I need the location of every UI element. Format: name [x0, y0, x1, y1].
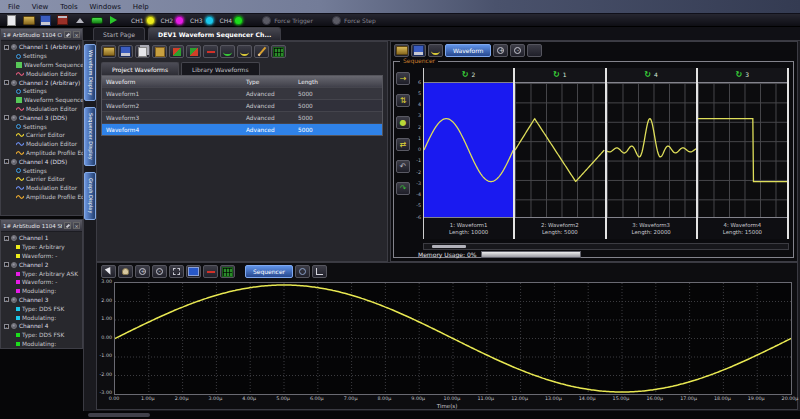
tree-item-amplitude-profile-editor[interactable]: Amplitude Profile Editor: [1, 193, 82, 202]
sequence-segment-2-waveform2[interactable]: ↻12: Waveform2Length: 5000: [515, 68, 606, 239]
save-button[interactable]: [411, 44, 426, 57]
force-trigger-button[interactable]: Force Trigger: [262, 16, 313, 25]
copy-button[interactable]: [135, 45, 150, 58]
status-item-modulating[interactable]: Modulating:: [1, 313, 82, 322]
grid-button[interactable]: [271, 45, 286, 58]
expand-toggle[interactable]: -: [4, 115, 9, 120]
status-item-type-dds-fsk[interactable]: Type: DDS FSK: [1, 331, 82, 340]
import-button[interactable]: [169, 45, 184, 58]
zoom-in-button[interactable]: [493, 44, 508, 57]
column-header-length[interactable]: Length: [294, 79, 382, 85]
tree-item-modulation-editor[interactable]: Modulation Editor: [1, 184, 82, 193]
tree-item-settings[interactable]: Settings: [1, 52, 82, 61]
grid-button[interactable]: [220, 265, 235, 278]
table-row[interactable]: Waveform3Advanced5000: [102, 111, 382, 123]
segment-waveform-preview[interactable]: [607, 83, 696, 217]
connection-led-button[interactable]: [90, 15, 103, 26]
scrollbar-thumb[interactable]: [432, 245, 466, 248]
sequencer-scrollbar[interactable]: [423, 243, 789, 250]
remove-marker-button[interactable]: [203, 265, 218, 278]
sequence-segment-3-waveform3[interactable]: ↻43: Waveform3Length: 20000: [607, 68, 698, 239]
eject-button[interactable]: [73, 15, 86, 26]
tree-item-settings[interactable]: Settings: [1, 166, 82, 175]
menu-item-view[interactable]: View: [32, 3, 49, 11]
column-header-waveform[interactable]: Waveform: [102, 79, 242, 85]
menu-item-file[interactable]: File: [8, 3, 20, 11]
edit-wave-button[interactable]: [237, 45, 252, 58]
menu-item-windows[interactable]: Windows: [90, 3, 121, 11]
side-tab-graph-display[interactable]: Graph Display: [84, 172, 96, 219]
edit-button[interactable]: [254, 45, 269, 58]
zoom-out-button[interactable]: [152, 265, 167, 278]
save-button[interactable]: [39, 15, 52, 26]
tree-item-modulation-editor[interactable]: Modulation Editor: [1, 140, 82, 149]
tree-channel-channel-4-dds[interactable]: -Channel 4 (DDS): [1, 157, 82, 166]
pin-button[interactable]: [64, 222, 71, 229]
channel-ch2[interactable]: CH2: [161, 16, 185, 25]
status-item-type-arbitrary[interactable]: Type: Arbitrary: [1, 243, 82, 252]
channel-ch1[interactable]: CH1: [131, 16, 155, 25]
add-wave-button[interactable]: [220, 45, 235, 58]
tree-item-settings[interactable]: Settings: [1, 87, 82, 96]
segment-waveform-preview[interactable]: [515, 83, 604, 217]
tree-item-carrier-editor[interactable]: Carrier Editor: [1, 175, 82, 184]
expand-toggle[interactable]: -: [4, 80, 9, 85]
sequencer-toggle-button[interactable]: Sequencer: [245, 265, 293, 278]
status-channel-channel-4[interactable]: -Channel 4: [1, 322, 82, 331]
tree-item-modulation-editor[interactable]: Modulation Editor: [1, 105, 82, 114]
status-channel-channel-1[interactable]: -Channel 1: [1, 234, 82, 243]
tab-library-waveforms[interactable]: Library Waveforms: [181, 62, 259, 76]
horizontal-scrollbar-thumb[interactable]: [88, 413, 150, 417]
expand-toggle[interactable]: -: [4, 45, 9, 50]
remove-button[interactable]: [203, 45, 218, 58]
tree-item-waveform-sequencer[interactable]: Waveform Sequencer: [1, 61, 82, 70]
tree-channel-channel-2-arbitrary[interactable]: -Channel 2 (Arbitrary): [1, 78, 82, 87]
expand-toggle[interactable]: -: [4, 297, 9, 302]
pan-button[interactable]: [118, 265, 133, 278]
segment-waveform-preview[interactable]: [698, 83, 787, 217]
play-button[interactable]: [107, 15, 120, 26]
status-channel-channel-3[interactable]: -Channel 3: [1, 296, 82, 305]
channel-ch4[interactable]: CH4: [220, 16, 244, 25]
status-item-type-dds-fsk[interactable]: Type: DDS FSK: [1, 304, 82, 313]
sequence-segment-1-waveform1[interactable]: ↻21: Waveform1Length: 10000: [424, 68, 515, 239]
tree-channel-channel-3-dds[interactable]: -Channel 3 (DDS): [1, 113, 82, 122]
tree-item-carrier-editor[interactable]: Carrier Editor: [1, 131, 82, 140]
open-folder-button[interactable]: [101, 45, 116, 58]
pin-button[interactable]: [64, 31, 71, 38]
cursor-button[interactable]: [101, 265, 116, 278]
open-folder-button[interactable]: [22, 15, 35, 26]
waveform-toggle-button[interactable]: Waveform: [445, 44, 491, 57]
menu-item-help[interactable]: Help: [133, 3, 149, 11]
doc-tab-dev1-waveform-sequencer-ch[interactable]: DEV1 Waveform Sequencer Ch...: [148, 27, 281, 40]
close-button[interactable]: ×: [73, 222, 80, 229]
menu-item-tools[interactable]: Tools: [60, 3, 77, 11]
tree-item-settings[interactable]: Settings: [1, 122, 82, 131]
table-row[interactable]: Waveform1Advanced5000: [102, 87, 382, 99]
tree-item-waveform-sequencer[interactable]: Waveform Sequencer: [1, 96, 82, 105]
expand-toggle[interactable]: -: [4, 262, 9, 267]
fit-horizontal-button[interactable]: [527, 44, 542, 57]
save-button[interactable]: [118, 45, 133, 58]
edit-wave-button[interactable]: [428, 44, 443, 57]
channel-ch3[interactable]: CH3: [190, 16, 214, 25]
expand-toggle[interactable]: -: [4, 159, 9, 164]
burn-button[interactable]: [56, 15, 69, 26]
tree-item-modulation-editor[interactable]: Modulation Editor: [1, 69, 82, 78]
table-row[interactable]: Waveform4Advanced5000: [102, 123, 382, 135]
zoom-out-button[interactable]: [510, 44, 525, 57]
waveform-plot[interactable]: [114, 282, 792, 395]
export-button[interactable]: [186, 45, 201, 58]
tab-project-waveforms[interactable]: Project Waveforms: [101, 62, 179, 76]
status-item-waveform[interactable]: Waveform: -: [1, 278, 82, 287]
zoom-in-button[interactable]: [135, 265, 150, 278]
status-item-modulating[interactable]: Modulating:: [1, 340, 82, 349]
doc-tab-start-page[interactable]: Start Page: [93, 27, 145, 40]
force-step-button[interactable]: Force Step: [332, 16, 376, 25]
column-header-type[interactable]: Type: [242, 79, 294, 85]
status-channel-channel-2[interactable]: -Channel 2: [1, 260, 82, 269]
zoom-window-button[interactable]: [169, 265, 184, 278]
tree-item-amplitude-profile-editor[interactable]: Amplitude Profile Editor: [1, 149, 82, 158]
status-item-type-arbitrary-ask[interactable]: Type: Arbitrary ASK: [1, 269, 82, 278]
corner-cursor-button[interactable]: [312, 265, 327, 278]
